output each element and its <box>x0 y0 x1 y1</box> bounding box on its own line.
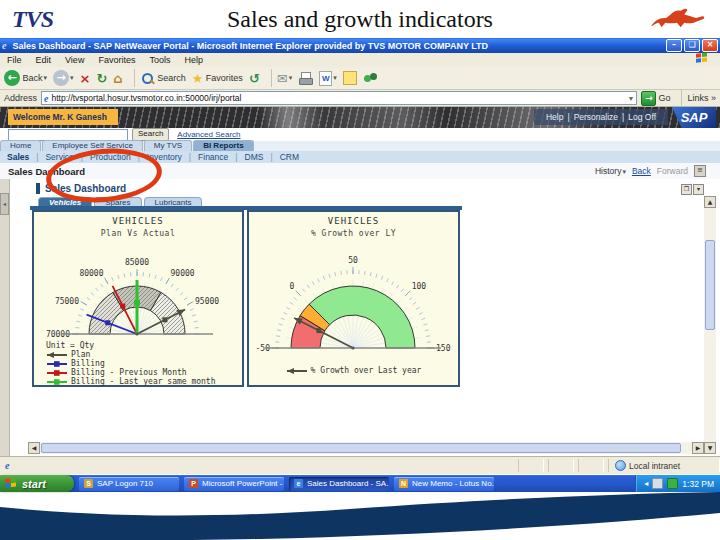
vertical-scroll-thumb[interactable] <box>705 240 715 330</box>
vertical-scrollbar[interactable]: ▲ ▼ <box>704 196 716 454</box>
minimize-button[interactable]: – <box>666 39 682 52</box>
taskbar-item-label: New Memo - Lotus No... <box>412 479 494 488</box>
scroll-right-icon[interactable]: ▶ <box>692 442 704 454</box>
menu-favorites[interactable]: Favorites <box>91 55 142 65</box>
forward-button[interactable]: →▾ <box>53 70 74 86</box>
status-bar: e Local intranet <box>0 456 720 474</box>
svg-text:85000: 85000 <box>125 258 149 267</box>
dropdown-caret-icon[interactable]: ▾ <box>289 74 293 82</box>
masthead-link-personalize[interactable]: Personalize <box>574 112 618 122</box>
scroll-left-icon[interactable]: ◀ <box>28 442 40 454</box>
gauge2-title: VEHICLES <box>249 216 458 226</box>
history-menu[interactable]: History▾ <box>595 166 626 176</box>
note-button[interactable] <box>343 71 357 85</box>
ie-window-icon: e <box>2 40 6 51</box>
stop-button[interactable]: × <box>80 71 91 86</box>
home-button[interactable]: ⌂ <box>113 71 122 86</box>
gauge-panel-plan-vs-actual: VEHICLES Plan Vs Actual 7000075000800008… <box>32 210 244 387</box>
forward-link[interactable]: Forward <box>657 166 688 176</box>
menu-tools[interactable]: Tools <box>142 55 177 65</box>
portal-content: ◂ Sales Dashboard ❐ ▾ VehiclesSparesLubr… <box>0 179 720 456</box>
search-label: Search <box>155 73 186 83</box>
messenger-button[interactable] <box>363 71 378 85</box>
nav-expand-handle[interactable]: ◂ <box>0 193 9 215</box>
edit-word-button[interactable]: W▾ <box>319 71 337 86</box>
status-zone-pane: Local intranet <box>608 459 720 472</box>
address-bar: Address e http://tvsportal.hosur.tvsmoto… <box>0 90 720 107</box>
address-dropdown-icon[interactable]: ▼ <box>628 95 635 102</box>
start-button[interactable]: start <box>0 475 74 492</box>
masthead-link-log-off[interactable]: Log Off <box>628 112 656 122</box>
search-input[interactable] <box>8 129 128 141</box>
horizontal-scroll-thumb[interactable] <box>41 443 681 453</box>
masthead-link-help[interactable]: Help <box>546 112 563 122</box>
system-tray: ◂ 1:32 PM <box>635 475 720 492</box>
scroll-up-icon[interactable]: ▲ <box>704 196 716 208</box>
subnav-crm[interactable]: CRM <box>280 152 299 162</box>
page-options-icon[interactable]: ≡ <box>694 165 706 177</box>
menu-bar: FileEditViewFavoritesToolsHelp <box>0 53 720 68</box>
menu-edit[interactable]: Edit <box>29 55 59 65</box>
portlet-accent-bar <box>36 183 40 194</box>
portlet-menu-icon[interactable]: ▾ <box>693 184 704 195</box>
window-titlebar[interactable]: e Sales Dashboard - SAP NetWeaver Portal… <box>0 38 720 53</box>
taskbar-item-ie[interactable]: eSales Dashboard - SA... <box>289 477 389 491</box>
favorites-icon: ★ <box>192 71 204 86</box>
divider: | <box>567 112 569 122</box>
tab-bi-reports[interactable]: BI Reports <box>193 140 253 151</box>
slide-canvas: TVS Sales and growth indicators e Sales … <box>0 0 720 540</box>
subnav-finance[interactable]: Finance <box>198 152 228 162</box>
menu-file[interactable]: File <box>0 55 29 65</box>
tray-network-icon[interactable] <box>667 478 678 489</box>
tab-home[interactable]: Home <box>0 140 41 151</box>
legend-marker-icon <box>46 360 68 368</box>
scroll-down-icon[interactable]: ▼ <box>704 442 716 454</box>
clock: 1:32 PM <box>682 479 714 489</box>
tray-display-icon[interactable] <box>652 478 663 489</box>
divider <box>681 89 682 107</box>
legend-label: Billing <box>71 359 105 368</box>
legend-marker-icon <box>46 378 68 386</box>
gauge1-subtitle: Plan Vs Actual <box>34 229 242 238</box>
menu-view[interactable]: View <box>58 55 91 65</box>
gauge2-legend: % Growth over Last year <box>249 366 458 375</box>
favorites-button[interactable]: ★ Favorites <box>192 71 243 86</box>
portlet-restore-icon[interactable]: ❐ <box>681 184 692 195</box>
back-link[interactable]: Back <box>632 166 651 176</box>
refresh-button[interactable]: ↻ <box>96 71 107 86</box>
subnav-sales[interactable]: Sales <box>7 152 29 162</box>
legend-marker-icon <box>286 367 308 375</box>
status-page-icon: e <box>5 460 9 471</box>
mail-button[interactable]: ✉▾ <box>277 71 292 86</box>
address-input[interactable]: e http://tvsportal.hosur.tvsmotor.co.in:… <box>41 91 637 105</box>
history-button[interactable]: ↺ <box>249 71 260 86</box>
restore-button[interactable]: ❏ <box>684 39 700 52</box>
dropdown-caret-icon[interactable]: ▾ <box>333 74 337 82</box>
masthead-links: Help|Personalize|Log Off <box>534 109 668 125</box>
legend-label: Billing - Last year same month <box>71 377 216 386</box>
close-button[interactable]: × <box>702 39 718 52</box>
legend-item: % Growth over Last year <box>286 366 422 375</box>
go-button[interactable]: → Go <box>641 91 670 106</box>
gauge1-legend: Unit = QtyPlanBillingBilling - Previous … <box>46 341 216 386</box>
search-button[interactable]: Search <box>140 71 186 86</box>
stop-icon: × <box>80 71 91 86</box>
dropdown-caret-icon[interactable]: ▾ <box>44 74 48 82</box>
divider: | <box>189 152 191 162</box>
dropdown-caret-icon[interactable]: ▾ <box>70 74 74 82</box>
advanced-search-link[interactable]: Advanced Search <box>177 130 240 139</box>
back-button[interactable]: ← Back▾ <box>4 70 47 86</box>
subnav-dms[interactable]: DMS <box>245 152 264 162</box>
tray-chevron-icon[interactable]: ◂ <box>644 479 648 488</box>
home-icon: ⌂ <box>113 71 122 86</box>
taskbar-item-label: Sales Dashboard - SA... <box>307 479 389 488</box>
print-button[interactable] <box>298 71 313 85</box>
menu-help[interactable]: Help <box>177 55 210 65</box>
links-menu[interactable]: Links » <box>687 93 716 103</box>
svg-text:80000: 80000 <box>79 269 103 278</box>
tab-my-tvs[interactable]: My TVS <box>144 140 192 151</box>
taskbar-item-powerpoint[interactable]: PMicrosoft PowerPoint - <box>184 477 284 491</box>
taskbar-item-lotus[interactable]: NNew Memo - Lotus No... <box>394 477 494 491</box>
taskbar-item-sap[interactable]: SSAP Logon 710 <box>79 477 179 491</box>
horizontal-scrollbar[interactable]: ◀ ▶ <box>28 442 704 454</box>
